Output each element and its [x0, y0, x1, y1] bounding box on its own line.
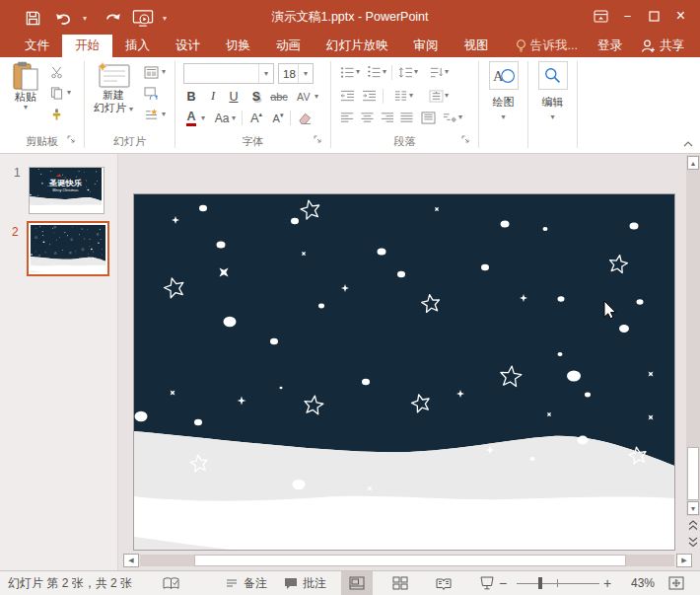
- reset-slide-button[interactable]: [141, 84, 161, 103]
- save-button[interactable]: [22, 7, 43, 29]
- character-spacing-dropdown[interactable]: ▾: [315, 93, 318, 101]
- tab-view[interactable]: 视图: [452, 35, 502, 57]
- slide-2-thumbnail-selected[interactable]: [27, 221, 109, 276]
- increase-font-size-button[interactable]: A▴: [246, 109, 266, 127]
- zoom-slider-track[interactable]: [517, 583, 599, 585]
- text-shadow-button[interactable]: S: [246, 87, 266, 106]
- drawing-group-button[interactable]: A 绘图 ▾: [481, 61, 525, 121]
- start-slideshow-button[interactable]: [132, 7, 154, 29]
- change-case-button[interactable]: Aa: [212, 109, 232, 127]
- slide-editing-canvas[interactable]: [118, 154, 686, 551]
- tell-me-box[interactable]: 告诉我...: [506, 37, 588, 54]
- slide-1-thumbnail[interactable]: 圣诞快乐 Merry Christmas: [30, 168, 104, 213]
- share-button[interactable]: 共享: [632, 37, 692, 54]
- numbering-dropdown[interactable]: ▾: [383, 68, 386, 76]
- font-size-combobox[interactable]: 18 ▾: [278, 63, 314, 84]
- scroll-left-button[interactable]: ◀: [123, 554, 139, 567]
- layout-dropdown[interactable]: ▾: [162, 68, 166, 76]
- current-slide[interactable]: [134, 194, 674, 550]
- new-slide-button[interactable]: 新建 幻灯片 ▾: [90, 61, 137, 114]
- smartart-dropdown[interactable]: ▾: [458, 113, 462, 121]
- tab-transitions[interactable]: 切换: [213, 35, 263, 57]
- fit-slide-to-window-button[interactable]: [668, 571, 684, 595]
- vertical-scrollbar[interactable]: ▲ ▼: [686, 155, 700, 550]
- align-text-dropdown[interactable]: ▾: [445, 92, 449, 100]
- font-name-dropdown[interactable]: ▾: [258, 64, 273, 83]
- collapse-ribbon-button[interactable]: [681, 138, 695, 150]
- convert-to-smartart-button[interactable]: [440, 109, 459, 127]
- cut-button[interactable]: [46, 63, 66, 82]
- minimize-button[interactable]: −: [614, 2, 641, 30]
- zoom-in-button[interactable]: +: [603, 571, 611, 595]
- paste-button[interactable]: 粘贴 ▾: [8, 61, 43, 112]
- decrease-font-size-button[interactable]: A▾: [268, 109, 288, 127]
- bullets-button[interactable]: [337, 63, 357, 82]
- scroll-right-button[interactable]: ▶: [676, 554, 692, 567]
- align-right-button[interactable]: [377, 109, 396, 127]
- align-center-button[interactable]: [357, 109, 377, 127]
- align-left-button[interactable]: [337, 109, 357, 127]
- zoom-level[interactable]: 43%: [621, 571, 655, 595]
- font-color-button[interactable]: A: [181, 109, 201, 127]
- zoom-slider-thumb[interactable]: [538, 577, 542, 589]
- text-direction-dropdown[interactable]: ▾: [445, 68, 449, 76]
- normal-view-button[interactable]: [341, 571, 373, 595]
- horizontal-scrollbar-thumb[interactable]: [194, 555, 626, 566]
- font-color-dropdown[interactable]: ▾: [201, 114, 205, 122]
- tab-insert[interactable]: 插入: [112, 35, 163, 57]
- ribbon-display-options-button[interactable]: [588, 2, 614, 30]
- undo-button[interactable]: [52, 7, 74, 29]
- font-size-dropdown[interactable]: ▾: [298, 64, 313, 83]
- columns-button[interactable]: [390, 87, 410, 106]
- reading-view-button[interactable]: [428, 571, 459, 595]
- scroll-down-button[interactable]: ▼: [687, 501, 699, 515]
- notes-button[interactable]: 备注: [225, 571, 267, 595]
- horizontal-scrollbar[interactable]: ◀ ▶: [118, 551, 700, 569]
- editing-group-button[interactable]: 编辑 ▾: [530, 61, 575, 121]
- comments-button[interactable]: 批注: [284, 571, 326, 595]
- horizontal-scrollbar-track[interactable]: [140, 555, 674, 566]
- clipboard-dialog-launcher[interactable]: [67, 135, 79, 147]
- paragraph-dialog-launcher[interactable]: [461, 135, 473, 147]
- zoom-out-button[interactable]: −: [499, 571, 507, 595]
- redo-button[interactable]: [102, 7, 123, 29]
- spell-check-button[interactable]: [163, 571, 179, 595]
- section-dropdown[interactable]: ▾: [162, 111, 166, 118]
- tab-animations[interactable]: 动画: [263, 35, 314, 57]
- section-button[interactable]: [141, 106, 161, 124]
- line-spacing-button[interactable]: [395, 63, 415, 82]
- layout-button[interactable]: [141, 63, 161, 82]
- next-slide-button[interactable]: [687, 535, 699, 550]
- format-painter-button[interactable]: [46, 106, 66, 124]
- font-dialog-launcher[interactable]: [314, 135, 325, 147]
- change-case-dropdown[interactable]: ▾: [232, 114, 236, 122]
- underline-button[interactable]: U: [224, 87, 244, 106]
- copy-button[interactable]: [46, 84, 66, 103]
- copy-dropdown[interactable]: ▾: [67, 89, 71, 97]
- undo-dropdown[interactable]: ▾: [83, 14, 93, 23]
- strikethrough-button[interactable]: abc: [269, 87, 289, 106]
- bold-button[interactable]: B: [181, 87, 201, 106]
- slide-sorter-view-button[interactable]: [385, 571, 416, 595]
- justify-button[interactable]: [396, 109, 416, 127]
- clear-formatting-button[interactable]: [295, 109, 315, 127]
- tab-file[interactable]: 文件: [12, 35, 62, 57]
- customize-qat-dropdown[interactable]: ▾: [163, 14, 173, 23]
- font-name-combobox[interactable]: ▾: [183, 63, 274, 84]
- increase-indent-button[interactable]: [359, 87, 379, 106]
- line-spacing-dropdown[interactable]: ▾: [414, 68, 418, 76]
- sign-in-button[interactable]: 登录: [588, 37, 632, 54]
- columns-dropdown[interactable]: ▾: [409, 92, 413, 100]
- vertical-scrollbar-thumb[interactable]: [687, 447, 699, 500]
- tab-home[interactable]: 开始: [62, 35, 112, 57]
- italic-button[interactable]: I: [203, 87, 223, 106]
- tab-design[interactable]: 设计: [163, 35, 213, 57]
- bullets-dropdown[interactable]: ▾: [356, 68, 360, 76]
- tab-slideshow[interactable]: 幻灯片放映: [314, 35, 401, 57]
- tab-review[interactable]: 审阅: [401, 35, 452, 57]
- text-direction-button[interactable]: [426, 63, 446, 82]
- character-spacing-button[interactable]: AV: [294, 87, 314, 106]
- align-text-button[interactable]: [426, 87, 446, 106]
- scroll-up-button[interactable]: ▲: [687, 156, 699, 170]
- previous-slide-button[interactable]: [687, 518, 699, 533]
